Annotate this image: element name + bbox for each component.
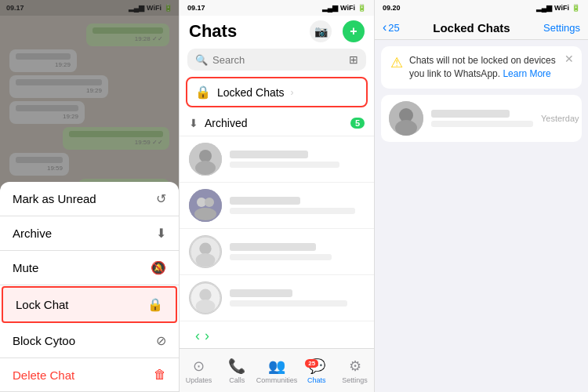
chats-label: Chats bbox=[307, 376, 326, 384]
camera-button[interactable]: 📷 bbox=[310, 20, 332, 42]
warning-icon: ⚠ bbox=[390, 54, 403, 71]
context-delete[interactable]: Delete Chat 🗑 bbox=[0, 358, 179, 392]
block-icon: ⊘ bbox=[156, 333, 166, 348]
p2-status-bar: 09.17 ▂▄▆ WiFi 🔋 bbox=[180, 0, 374, 16]
context-lock-chat[interactable]: Lock Chat 🔒 bbox=[2, 286, 177, 323]
archive-label: Archive bbox=[13, 227, 52, 240]
mute-label: Mute bbox=[13, 261, 38, 274]
archived-icon: ⬇ bbox=[189, 117, 198, 129]
chat-info-3 bbox=[230, 243, 365, 260]
svg-point-15 bbox=[395, 120, 417, 136]
search-icon: 🔍 bbox=[195, 54, 208, 66]
warning-close-button[interactable]: ✕ bbox=[564, 53, 574, 65]
settings-label: Settings bbox=[342, 376, 368, 384]
panel3-locked: 09.20 ▂▄▆ WiFi 🔋 ‹ 25 Locked Chats Setti… bbox=[375, 0, 588, 392]
mark-unread-label: Mark as Unread bbox=[13, 192, 96, 205]
chat-row-1[interactable] bbox=[180, 136, 374, 183]
plus-icon: + bbox=[350, 24, 357, 38]
avatar-2 bbox=[189, 189, 222, 222]
p3-chat-time-1: Yesterday bbox=[541, 114, 579, 123]
tab-chats[interactable]: 💬 25 Chats bbox=[297, 358, 336, 384]
chat-row-3[interactable] bbox=[180, 229, 374, 275]
warning-text: Chats will not be locked on devices you … bbox=[409, 54, 572, 81]
svg-point-11 bbox=[199, 289, 211, 301]
svg-point-1 bbox=[199, 150, 212, 162]
tab-updates[interactable]: ⊙ Updates bbox=[180, 358, 218, 384]
chat-row-4[interactable] bbox=[180, 275, 374, 321]
down-chevron-left: ‹ bbox=[195, 328, 200, 344]
context-menu: Mark as Unread ↺ Archive ⬇ Mute 🔕 Lock C… bbox=[0, 182, 179, 392]
avatar-3 bbox=[189, 235, 222, 268]
calls-label: Calls bbox=[229, 376, 245, 384]
archive-icon: ⬇ bbox=[156, 226, 166, 241]
block-label: Block Cytoo bbox=[13, 334, 75, 347]
p3-chat-info-1 bbox=[431, 110, 533, 127]
locked-chats-label: Locked Chats bbox=[217, 86, 285, 99]
p2-wifi-icon: WiFi bbox=[340, 4, 355, 12]
down-chevron-right: › bbox=[205, 328, 209, 344]
p2-time: 09.17 bbox=[187, 4, 205, 12]
mute-icon: 🔕 bbox=[151, 260, 166, 275]
svg-point-12 bbox=[196, 299, 216, 313]
chat-list: ‹ › bbox=[180, 136, 374, 348]
p3-status-icons: ▂▄▆ WiFi 🔋 bbox=[536, 4, 580, 12]
search-input[interactable] bbox=[212, 54, 344, 66]
communities-icon: 👥 bbox=[268, 358, 285, 375]
p3-title: Locked Chats bbox=[400, 21, 543, 34]
tab-settings[interactable]: ⚙ Settings bbox=[336, 358, 374, 384]
calls-icon: 📞 bbox=[228, 358, 245, 375]
svg-point-5 bbox=[205, 198, 214, 207]
header-icons: 📷 + bbox=[310, 20, 365, 42]
avatar-4 bbox=[189, 281, 222, 314]
p2-status-icons: ▂▄▆ WiFi 🔋 bbox=[322, 4, 366, 12]
delete-label: Delete Chat bbox=[13, 368, 74, 382]
context-block[interactable]: Block Cytoo ⊘ bbox=[0, 324, 179, 358]
p3-header: ‹ 25 Locked Chats Settings bbox=[375, 16, 588, 40]
settings-icon: ⚙ bbox=[349, 358, 361, 375]
search-bar[interactable]: 🔍 ⊞ bbox=[187, 49, 366, 71]
p3-wifi-icon: WiFi bbox=[554, 4, 569, 12]
context-mark-unread[interactable]: Mark as Unread ↺ bbox=[0, 182, 179, 216]
camera-icon: 📷 bbox=[314, 25, 328, 38]
locked-chats-row[interactable]: 🔒 Locked Chats › bbox=[186, 77, 368, 107]
p3-settings-button[interactable]: Settings bbox=[543, 22, 580, 34]
compose-button[interactable]: + bbox=[343, 20, 365, 42]
learn-more-link[interactable]: Learn More bbox=[503, 68, 550, 79]
chat-info-1 bbox=[230, 151, 365, 168]
chat-row-2[interactable] bbox=[180, 183, 374, 229]
p3-status-bar: 09.20 ▂▄▆ WiFi 🔋 bbox=[375, 0, 588, 16]
p3-signal-icon: ▂▄▆ bbox=[536, 4, 552, 12]
avatar-1 bbox=[189, 143, 222, 176]
svg-point-6 bbox=[194, 208, 216, 220]
tab-communities[interactable]: 👥 Communities bbox=[256, 358, 298, 384]
p2-title: Chats bbox=[189, 21, 237, 42]
p2-header: Chats 📷 + bbox=[180, 16, 374, 45]
archived-label: Archived bbox=[205, 117, 344, 129]
panel1-chat: 09.17 ▂▄▆ WiFi 🔋 19:28 ✓✓ 19:29 19:29 bbox=[0, 0, 179, 392]
chat-info-2 bbox=[230, 197, 365, 214]
p2-signal-icon: ▂▄▆ bbox=[322, 4, 338, 12]
panel2-chats: 09.17 ▂▄▆ WiFi 🔋 Chats 📷 + 🔍 ⊞ 🔒 Locked … bbox=[179, 0, 375, 392]
back-chevron-icon: ‹ bbox=[383, 20, 387, 34]
dots-row: ‹ › bbox=[180, 321, 374, 348]
lock-chat-label: Lock Chat bbox=[16, 298, 69, 311]
p3-chat-row-1[interactable]: Yesterday bbox=[381, 95, 582, 142]
context-mute[interactable]: Mute 🔕 bbox=[0, 251, 179, 285]
lock-icon: 🔒 bbox=[147, 297, 163, 312]
filter-icon[interactable]: ⊞ bbox=[349, 53, 358, 66]
archived-row[interactable]: ⬇ Archived 5 bbox=[180, 111, 374, 136]
warning-banner: ⚠ Chats will not be locked on devices yo… bbox=[381, 46, 582, 89]
back-button[interactable]: ‹ 25 bbox=[383, 20, 400, 34]
svg-point-9 bbox=[196, 253, 216, 267]
archived-badge: 5 bbox=[350, 118, 365, 129]
delete-icon: 🗑 bbox=[154, 368, 166, 382]
context-archive[interactable]: Archive ⬇ bbox=[0, 216, 179, 251]
tab-calls[interactable]: 📞 Calls bbox=[218, 358, 256, 384]
p3-battery-icon: 🔋 bbox=[572, 4, 580, 12]
back-count: 25 bbox=[388, 22, 399, 34]
locked-chats-chevron: › bbox=[291, 87, 294, 98]
locked-chats-lock-icon: 🔒 bbox=[195, 85, 211, 100]
chats-badge: 25 bbox=[305, 359, 318, 368]
p3-avatar-1 bbox=[389, 101, 423, 136]
svg-point-8 bbox=[199, 243, 211, 255]
